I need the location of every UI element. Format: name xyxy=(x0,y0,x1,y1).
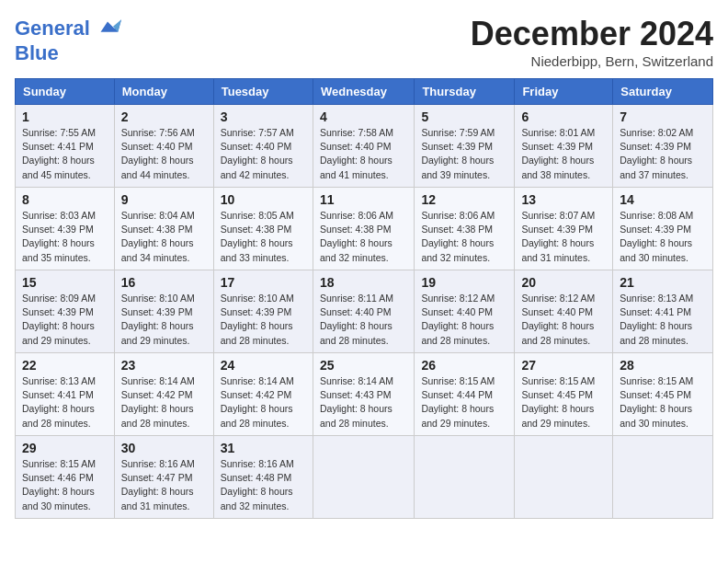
calendar-day-cell: 25Sunrise: 8:14 AM Sunset: 4:43 PM Dayli… xyxy=(313,353,414,436)
day-number: 26 xyxy=(421,358,507,373)
day-number: 2 xyxy=(121,109,207,124)
calendar-day-cell: 4Sunrise: 7:58 AM Sunset: 4:40 PM Daylig… xyxy=(313,105,414,188)
day-number: 4 xyxy=(320,109,407,124)
day-info: Sunrise: 8:03 AM Sunset: 4:39 PM Dayligh… xyxy=(22,209,108,265)
calendar-day-cell: 27Sunrise: 8:15 AM Sunset: 4:45 PM Dayli… xyxy=(515,353,613,436)
calendar-day-cell: 13Sunrise: 8:07 AM Sunset: 4:39 PM Dayli… xyxy=(515,188,613,270)
calendar-day-cell: 3Sunrise: 7:57 AM Sunset: 4:40 PM Daylig… xyxy=(213,105,313,188)
day-info: Sunrise: 8:13 AM Sunset: 4:41 PM Dayligh… xyxy=(620,292,706,348)
day-info: Sunrise: 8:14 AM Sunset: 4:42 PM Dayligh… xyxy=(221,374,306,431)
day-info: Sunrise: 8:16 AM Sunset: 4:47 PM Dayligh… xyxy=(121,457,207,513)
day-number: 13 xyxy=(521,192,606,207)
day-number: 16 xyxy=(121,275,207,290)
calendar-week-row: 15Sunrise: 8:09 AM Sunset: 4:39 PM Dayli… xyxy=(16,270,713,353)
logo: General Blue xyxy=(15,15,121,64)
calendar-day-cell: 11Sunrise: 8:06 AM Sunset: 4:38 PM Dayli… xyxy=(313,188,414,270)
day-info: Sunrise: 8:16 AM Sunset: 4:48 PM Dayligh… xyxy=(221,457,306,513)
day-number: 18 xyxy=(320,275,407,290)
weekday-header-row: SundayMondayTuesdayWednesdayThursdayFrid… xyxy=(16,79,713,105)
calendar-day-cell: 14Sunrise: 8:08 AM Sunset: 4:39 PM Dayli… xyxy=(613,188,713,270)
day-number: 1 xyxy=(22,109,108,124)
weekday-header-tuesday: Tuesday xyxy=(213,79,313,105)
day-number: 27 xyxy=(521,358,606,373)
day-number: 11 xyxy=(320,192,407,207)
day-info: Sunrise: 7:58 AM Sunset: 4:40 PM Dayligh… xyxy=(320,126,407,182)
day-number: 30 xyxy=(121,441,207,455)
calendar-day-cell: 7Sunrise: 8:02 AM Sunset: 4:39 PM Daylig… xyxy=(613,105,713,188)
day-info: Sunrise: 7:57 AM Sunset: 4:40 PM Dayligh… xyxy=(221,126,306,182)
day-number: 15 xyxy=(22,275,108,290)
calendar-day-cell: 12Sunrise: 8:06 AM Sunset: 4:38 PM Dayli… xyxy=(415,188,515,270)
calendar-empty-cell xyxy=(313,436,414,519)
day-info: Sunrise: 8:10 AM Sunset: 4:39 PM Dayligh… xyxy=(121,292,207,348)
day-number: 25 xyxy=(320,358,407,373)
calendar-day-cell: 29Sunrise: 8:15 AM Sunset: 4:46 PM Dayli… xyxy=(16,436,115,519)
day-info: Sunrise: 8:12 AM Sunset: 4:40 PM Dayligh… xyxy=(521,292,606,348)
calendar-day-cell: 24Sunrise: 8:14 AM Sunset: 4:42 PM Dayli… xyxy=(213,353,313,436)
day-number: 9 xyxy=(121,192,207,207)
page-header: General Blue December 2024 Niederbipp, B… xyxy=(15,15,713,69)
calendar-day-cell: 16Sunrise: 8:10 AM Sunset: 4:39 PM Dayli… xyxy=(114,270,213,353)
day-info: Sunrise: 8:06 AM Sunset: 4:38 PM Dayligh… xyxy=(320,209,407,265)
calendar-day-cell: 26Sunrise: 8:15 AM Sunset: 4:44 PM Dayli… xyxy=(415,353,515,436)
calendar-day-cell: 20Sunrise: 8:12 AM Sunset: 4:40 PM Dayli… xyxy=(515,270,613,353)
weekday-header-friday: Friday xyxy=(515,79,613,105)
day-info: Sunrise: 8:08 AM Sunset: 4:39 PM Dayligh… xyxy=(620,209,706,265)
day-info: Sunrise: 7:56 AM Sunset: 4:40 PM Dayligh… xyxy=(121,126,207,182)
weekday-header-saturday: Saturday xyxy=(613,79,713,105)
day-number: 3 xyxy=(221,109,306,124)
day-info: Sunrise: 8:12 AM Sunset: 4:40 PM Dayligh… xyxy=(421,292,507,348)
calendar-day-cell: 15Sunrise: 8:09 AM Sunset: 4:39 PM Dayli… xyxy=(16,270,115,353)
logo-text-blue: Blue xyxy=(15,42,121,64)
day-info: Sunrise: 8:14 AM Sunset: 4:42 PM Dayligh… xyxy=(121,374,207,431)
calendar-day-cell: 9Sunrise: 8:04 AM Sunset: 4:38 PM Daylig… xyxy=(114,188,213,270)
weekday-header-thursday: Thursday xyxy=(415,79,515,105)
day-info: Sunrise: 8:15 AM Sunset: 4:44 PM Dayligh… xyxy=(421,374,507,431)
calendar-day-cell: 10Sunrise: 8:05 AM Sunset: 4:38 PM Dayli… xyxy=(213,188,313,270)
day-info: Sunrise: 8:09 AM Sunset: 4:39 PM Dayligh… xyxy=(22,292,108,348)
calendar-day-cell: 30Sunrise: 8:16 AM Sunset: 4:47 PM Dayli… xyxy=(114,436,213,519)
calendar-day-cell: 18Sunrise: 8:11 AM Sunset: 4:40 PM Dayli… xyxy=(313,270,414,353)
day-number: 28 xyxy=(620,358,706,373)
day-info: Sunrise: 8:01 AM Sunset: 4:39 PM Dayligh… xyxy=(521,126,606,182)
day-info: Sunrise: 8:15 AM Sunset: 4:45 PM Dayligh… xyxy=(620,374,706,431)
calendar-table: SundayMondayTuesdayWednesdayThursdayFrid… xyxy=(15,78,713,519)
calendar-empty-cell xyxy=(515,436,613,519)
weekday-header-sunday: Sunday xyxy=(16,79,115,105)
weekday-header-monday: Monday xyxy=(114,79,213,105)
calendar-day-cell: 8Sunrise: 8:03 AM Sunset: 4:39 PM Daylig… xyxy=(16,188,115,270)
day-number: 6 xyxy=(521,109,606,124)
day-number: 21 xyxy=(620,275,706,290)
calendar-day-cell: 21Sunrise: 8:13 AM Sunset: 4:41 PM Dayli… xyxy=(613,270,713,353)
day-info: Sunrise: 7:59 AM Sunset: 4:39 PM Dayligh… xyxy=(421,126,507,182)
day-number: 23 xyxy=(121,358,207,373)
logo-text-general: General xyxy=(15,17,90,40)
calendar-day-cell: 17Sunrise: 8:10 AM Sunset: 4:39 PM Dayli… xyxy=(213,270,313,353)
day-number: 29 xyxy=(22,441,108,455)
calendar-day-cell: 19Sunrise: 8:12 AM Sunset: 4:40 PM Dayli… xyxy=(415,270,515,353)
day-info: Sunrise: 8:15 AM Sunset: 4:46 PM Dayligh… xyxy=(22,457,108,513)
calendar-day-cell: 1Sunrise: 7:55 AM Sunset: 4:41 PM Daylig… xyxy=(16,105,115,188)
calendar-empty-cell xyxy=(415,436,515,519)
calendar-day-cell: 28Sunrise: 8:15 AM Sunset: 4:45 PM Dayli… xyxy=(613,353,713,436)
day-info: Sunrise: 8:04 AM Sunset: 4:38 PM Dayligh… xyxy=(121,209,207,265)
day-number: 14 xyxy=(620,192,706,207)
calendar-day-cell: 6Sunrise: 8:01 AM Sunset: 4:39 PM Daylig… xyxy=(515,105,613,188)
day-info: Sunrise: 8:15 AM Sunset: 4:45 PM Dayligh… xyxy=(521,374,606,431)
calendar-week-row: 8Sunrise: 8:03 AM Sunset: 4:39 PM Daylig… xyxy=(16,188,713,270)
logo-bird-icon xyxy=(94,15,121,42)
calendar-day-cell: 22Sunrise: 8:13 AM Sunset: 4:41 PM Dayli… xyxy=(16,353,115,436)
day-number: 22 xyxy=(22,358,108,373)
day-number: 12 xyxy=(421,192,507,207)
calendar-day-cell: 2Sunrise: 7:56 AM Sunset: 4:40 PM Daylig… xyxy=(114,105,213,188)
calendar-week-row: 1Sunrise: 7:55 AM Sunset: 4:41 PM Daylig… xyxy=(16,105,713,188)
day-number: 5 xyxy=(421,109,507,124)
day-info: Sunrise: 8:07 AM Sunset: 4:39 PM Dayligh… xyxy=(521,209,606,265)
day-number: 7 xyxy=(620,109,706,124)
location: Niederbipp, Bern, Switzerland xyxy=(471,53,713,69)
day-info: Sunrise: 8:05 AM Sunset: 4:38 PM Dayligh… xyxy=(221,209,306,265)
title-block: December 2024 Niederbipp, Bern, Switzerl… xyxy=(471,15,713,69)
day-info: Sunrise: 8:14 AM Sunset: 4:43 PM Dayligh… xyxy=(320,374,407,431)
calendar-empty-cell xyxy=(613,436,713,519)
day-info: Sunrise: 8:11 AM Sunset: 4:40 PM Dayligh… xyxy=(320,292,407,348)
